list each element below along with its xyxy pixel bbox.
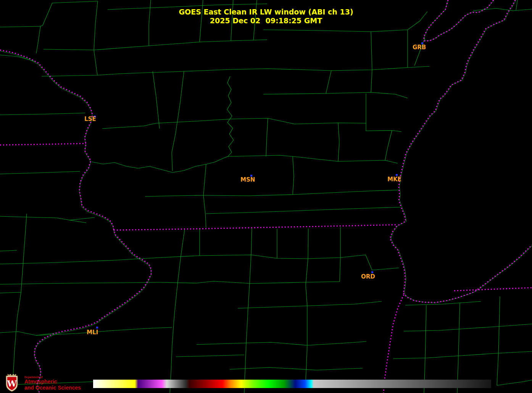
county-boundary-path xyxy=(0,113,85,115)
station-label-ORD: ORD xyxy=(361,274,375,280)
county-boundary-path xyxy=(0,282,160,284)
county-boundary-path xyxy=(326,71,331,93)
county-boundary-path xyxy=(42,66,429,76)
svg-text:W: W xyxy=(7,379,17,388)
county-lines xyxy=(0,0,532,393)
county-boundary-path xyxy=(102,118,401,132)
county-boundary-path xyxy=(145,190,399,196)
county-boundary-path xyxy=(153,71,160,129)
county-boundary-path xyxy=(338,123,339,161)
county-boundary-path xyxy=(197,341,366,345)
state-border-path xyxy=(390,0,515,293)
station-label-GRB: GRB xyxy=(413,44,426,51)
state-border-path xyxy=(403,245,532,303)
county-boundary-path xyxy=(405,301,481,305)
county-boundary-path xyxy=(340,227,340,282)
uw-crest-icon: W xyxy=(2,374,21,392)
satellite-viewer: { "title": { "line1": "GOES East Clean I… xyxy=(0,0,532,393)
county-boundary-path xyxy=(0,26,40,27)
county-boundary-path xyxy=(371,32,372,92)
county-boundary-path xyxy=(497,296,500,385)
station-label-MSN: MSN xyxy=(240,177,255,183)
county-boundary-path xyxy=(306,229,308,382)
county-boundary-path xyxy=(94,50,97,75)
logo-name-line2: and Oceanic Sciences xyxy=(24,385,81,391)
station-label-MKE: MKE xyxy=(387,176,401,183)
county-boundary-path xyxy=(230,367,363,370)
shoreline-lines xyxy=(0,0,532,393)
logo-text: Department of Atmospheric and Oceanic Sc… xyxy=(24,374,81,391)
county-boundary-path xyxy=(266,118,268,156)
county-boundary-path xyxy=(0,250,17,251)
shoreline-path xyxy=(391,0,532,303)
county-boundary-path xyxy=(0,292,21,293)
county-boundary-path xyxy=(203,164,206,195)
county-boundary-path xyxy=(176,355,244,357)
state-border-path xyxy=(384,295,404,393)
map-title: GOES East Clean IR LW window (ABI ch 13) xyxy=(0,8,532,16)
state-border-path xyxy=(0,143,86,145)
title-block: GOES East Clean IR LW window (ABI ch 13)… xyxy=(0,8,532,25)
county-boundary-path xyxy=(69,217,95,220)
county-boundary-path xyxy=(0,55,35,61)
weather-map xyxy=(0,0,532,393)
county-boundary-path xyxy=(238,301,382,308)
county-boundary-path xyxy=(160,281,340,283)
shoreline-path xyxy=(0,51,151,393)
county-boundary-path xyxy=(0,258,160,264)
county-boundary-path xyxy=(393,351,532,359)
county-boundary-path xyxy=(13,214,27,385)
county-boundary-path xyxy=(44,49,94,50)
ir-colorbar xyxy=(93,380,491,388)
county-boundary-path xyxy=(160,255,355,259)
county-boundary-path xyxy=(497,380,532,385)
county-boundary-path xyxy=(172,71,184,171)
map-timestamp: 2025 Dec 02 09:18:25 GMT xyxy=(0,16,532,25)
county-boundary-path xyxy=(203,195,206,228)
county-boundary-path xyxy=(94,40,267,50)
county-boundary-path xyxy=(385,130,392,160)
county-boundary-path xyxy=(228,155,398,163)
station-dot-MLI xyxy=(96,327,98,329)
logo-dept-label: Department of xyxy=(24,376,81,379)
logo-name-line1: Atmospheric xyxy=(24,379,81,385)
county-boundary-path xyxy=(170,229,185,393)
state-border-path xyxy=(114,225,396,230)
station-label-MLI: MLI xyxy=(87,329,98,336)
county-boundary-path xyxy=(355,255,399,270)
county-boundary-path xyxy=(52,1,98,3)
county-boundary-path xyxy=(404,324,532,331)
county-boundary-path xyxy=(92,76,234,172)
county-boundary-path xyxy=(206,207,401,214)
state-border-lines xyxy=(0,0,532,393)
station-label-LSE: LSE xyxy=(84,116,96,122)
state-border-path xyxy=(454,288,532,291)
county-boundary-path xyxy=(263,92,408,98)
county-boundary-path xyxy=(293,156,294,195)
county-boundary-path xyxy=(0,171,80,174)
uw-aos-logo: W Department of Atmospheric and Oceanic … xyxy=(2,374,81,392)
